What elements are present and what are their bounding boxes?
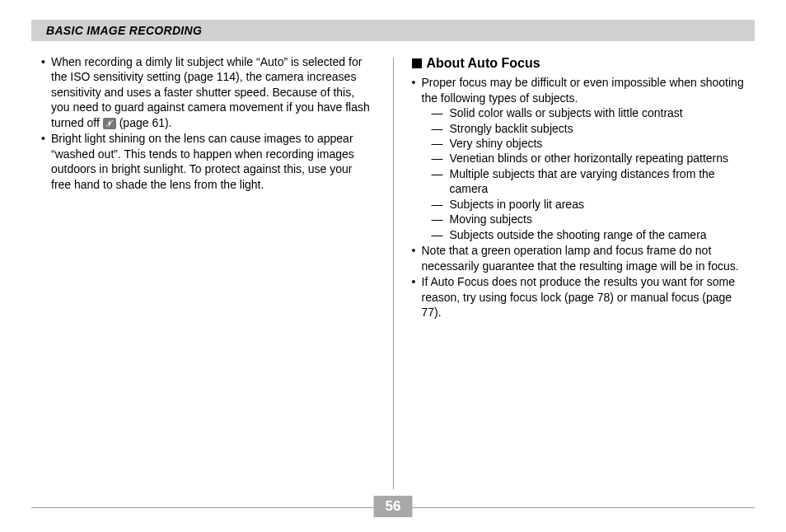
dash-marker: — — [432, 105, 450, 120]
dash-marker: — — [432, 136, 450, 151]
page-footer: 56 — [31, 496, 755, 520]
dash-text: Subjects outside the shooting range of t… — [450, 227, 746, 242]
dash-text: Subjects in poorly lit areas — [450, 197, 746, 212]
dash-text: Solid color walls or subjects with littl… — [450, 105, 746, 120]
dash-marker: — — [432, 227, 450, 242]
dash-marker: — — [432, 166, 450, 197]
bullet-marker: • — [412, 274, 422, 320]
bullet-item: • If Auto Focus does not produce the res… — [412, 274, 746, 320]
page-number: 56 — [374, 496, 413, 517]
bullet-marker: • — [412, 75, 422, 242]
manual-page: BASIC IMAGE RECORDING • When recording a… — [0, 0, 786, 532]
bullet-text: If Auto Focus does not produce the resul… — [422, 274, 746, 320]
dash-item: —Solid color walls or subjects with litt… — [432, 105, 746, 120]
dash-item: —Subjects outside the shooting range of … — [432, 227, 746, 242]
dash-item: —Very shiny objects — [432, 136, 746, 151]
dash-item: —Venetian blinds or other horizontally r… — [432, 151, 746, 166]
dash-text: Strongly backlit subjects — [450, 121, 746, 136]
bullet-text: Bright light shining on the lens can cau… — [51, 131, 375, 192]
dash-list: —Solid color walls or subjects with litt… — [432, 105, 746, 242]
dash-item: —Multiple subjects that are varying dist… — [432, 166, 746, 197]
dash-item: —Subjects in poorly lit areas — [432, 197, 746, 212]
bullet-item: • Proper focus may be difficult or even … — [412, 75, 746, 242]
bullet-item: • Bright light shining on the lens can c… — [41, 131, 375, 192]
dash-marker: — — [432, 121, 450, 136]
subheading-text: About Auto Focus — [427, 54, 540, 72]
bullet-text: Note that a green operation lamp and foc… — [422, 243, 746, 273]
right-column: About Auto Focus • Proper focus may be d… — [394, 48, 756, 489]
bullet-marker: • — [41, 131, 51, 192]
dash-text: Very shiny objects — [450, 136, 746, 151]
dash-item: —Moving subjects — [432, 212, 746, 226]
dash-item: —Strongly backlit subjects — [432, 121, 746, 136]
bullet-item: • When recording a dimly lit subject whi… — [41, 54, 375, 130]
bullet-text: When recording a dimly lit subject while… — [51, 54, 375, 130]
dash-marker: — — [432, 212, 450, 226]
left-column: • When recording a dimly lit subject whi… — [31, 48, 393, 489]
text-segment: Proper focus may be difficult or even im… — [422, 76, 744, 104]
dash-marker: — — [432, 197, 450, 212]
dash-text: Moving subjects — [450, 212, 746, 226]
text-segment: (page 61). — [119, 116, 172, 129]
bullet-marker: • — [412, 243, 422, 273]
bullet-marker: • — [41, 54, 51, 130]
dash-text: Multiple subjects that are varying dista… — [450, 166, 746, 197]
bullet-item: • Note that a green operation lamp and f… — [412, 243, 746, 273]
section-header-bar: BASIC IMAGE RECORDING — [31, 20, 755, 41]
dash-marker: — — [432, 151, 450, 166]
text-segment: When recording a dimly lit subject while… — [51, 55, 370, 129]
flash-off-icon — [103, 118, 116, 129]
subheading: About Auto Focus — [412, 54, 746, 72]
content-columns: • When recording a dimly lit subject whi… — [31, 48, 755, 489]
bullet-text: Proper focus may be difficult or even im… — [422, 75, 746, 242]
section-title: BASIC IMAGE RECORDING — [46, 24, 202, 37]
dash-text: Venetian blinds or other horizontally re… — [450, 151, 746, 166]
square-bullet-icon — [412, 58, 422, 68]
